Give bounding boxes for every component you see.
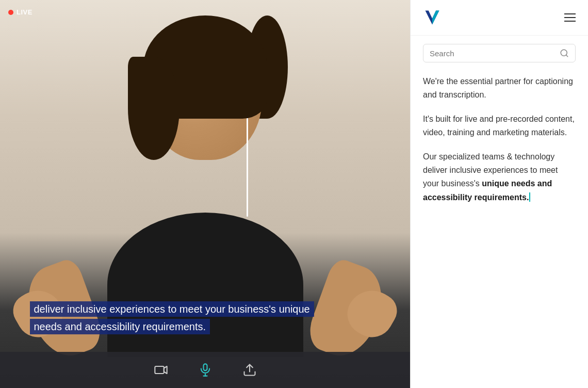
share-button[interactable] <box>240 361 259 379</box>
paragraph-3: Our specialized teams & technology deliv… <box>423 150 576 205</box>
logo-icon <box>423 8 442 27</box>
svg-rect-0 <box>155 366 164 374</box>
microphone-button[interactable] <box>196 361 215 379</box>
paragraph-1: We're the essential partner for captioni… <box>423 75 576 102</box>
live-label: LIVE <box>17 8 32 16</box>
caption-line-2: needs and accessibility requirements. <box>30 319 381 334</box>
caption-line-1: deliver inclusive experiences to meet yo… <box>30 301 381 317</box>
paragraph-2: It's built for live and pre-recorded con… <box>423 112 576 140</box>
menu-line-1 <box>564 13 576 14</box>
svg-line-9 <box>566 55 567 56</box>
svg-marker-1 <box>164 366 167 374</box>
live-badge: LIVE <box>8 8 32 16</box>
svg-marker-7 <box>432 11 439 25</box>
search-icon <box>560 48 569 58</box>
menu-button[interactable] <box>564 13 576 22</box>
text-cursor <box>529 192 530 202</box>
search-input[interactable] <box>430 49 556 58</box>
paragraph-1-text: We're the essential partner for captioni… <box>423 77 573 99</box>
svg-rect-2 <box>203 364 207 370</box>
video-panel: LIVE deliver inclusive experiences to me… <box>0 0 410 388</box>
camera-button[interactable] <box>152 361 170 379</box>
sidebar-header <box>411 0 588 36</box>
hair <box>143 15 267 119</box>
menu-line-3 <box>564 21 576 22</box>
earphone-cord <box>247 114 248 217</box>
search-box[interactable] <box>423 44 576 62</box>
video-controls-bar <box>0 352 410 388</box>
right-panel: We're the essential partner for captioni… <box>410 0 588 388</box>
logo <box>423 8 442 27</box>
live-indicator-dot <box>8 10 13 15</box>
captions-area: deliver inclusive experiences to meet yo… <box>30 301 381 336</box>
search-area <box>411 36 588 71</box>
paragraph-2-text: It's built for live and pre-recorded con… <box>423 115 575 137</box>
menu-line-2 <box>564 17 576 18</box>
content-area: We're the essential partner for captioni… <box>411 71 588 388</box>
